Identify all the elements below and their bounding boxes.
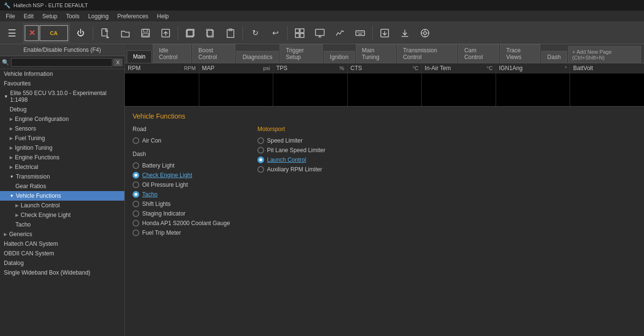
- staging-indicator-radio[interactable]: [133, 210, 139, 217]
- tab-transmission-control[interactable]: Transmission Control: [397, 44, 457, 63]
- sidebar-item-datalog[interactable]: Datalog: [0, 258, 124, 268]
- chart-button[interactable]: [331, 24, 349, 42]
- function-check-engine-light[interactable]: Check Engine Light: [133, 171, 238, 180]
- sidebar-item-check-engine-light[interactable]: ▶ Check Engine Light: [0, 210, 124, 220]
- menu-setup[interactable]: Setup: [38, 12, 61, 21]
- tab-add-new[interactable]: + Add New Page (Ctrl+Shift+N): [568, 46, 641, 63]
- tab-diagnostics[interactable]: Diagnostics: [236, 51, 279, 63]
- back-button[interactable]: ↩: [266, 24, 284, 42]
- oil-pressure-light-radio[interactable]: [133, 181, 139, 188]
- speed-limiter-label[interactable]: Speed Limiter: [267, 137, 303, 144]
- sidebar-item-tacho[interactable]: Tacho: [0, 220, 124, 229]
- tab-dash[interactable]: Dash: [541, 51, 567, 63]
- fuel-trip-meter-label[interactable]: Fuel Trip Meter: [142, 229, 181, 236]
- function-staging-indicator[interactable]: Staging Indicator: [133, 209, 238, 218]
- speed-limiter-radio[interactable]: [257, 137, 264, 144]
- pit-lane-label[interactable]: Pit Lane Speed Limiter: [267, 147, 325, 154]
- function-air-con[interactable]: Air Con: [133, 136, 238, 145]
- sidebar-item-vehicle-functions[interactable]: ▼ Vehicle Functions: [0, 191, 124, 201]
- function-speed-limiter[interactable]: Speed Limiter: [257, 136, 363, 145]
- fuel-trip-meter-radio[interactable]: [133, 229, 139, 236]
- function-fuel-trip-meter[interactable]: Fuel Trip Meter: [133, 228, 238, 237]
- sidebar-item-vehicle-information[interactable]: Vehicle Information: [0, 69, 124, 79]
- tab-main[interactable]: Main: [127, 50, 152, 63]
- function-honda-coolant[interactable]: Honda AP1 S2000 Coolant Gauge: [133, 219, 238, 228]
- sidebar-item-obdii-can[interactable]: OBDII CAN System: [0, 249, 124, 258]
- sidebar-item-generics[interactable]: ▶ Generics: [0, 229, 124, 239]
- tab-ignition[interactable]: Ignition: [324, 51, 355, 63]
- copy-button[interactable]: [201, 24, 219, 42]
- function-oil-pressure-light[interactable]: Oil Pressure Light: [133, 180, 238, 189]
- search-input[interactable]: [11, 58, 112, 67]
- sidebar-item-gear-ratios[interactable]: Gear Ratios: [0, 181, 124, 191]
- open-button[interactable]: [116, 24, 134, 42]
- honda-coolant-label[interactable]: Honda AP1 S2000 Coolant Gauge: [142, 220, 230, 227]
- check-engine-light-radio[interactable]: [133, 172, 139, 179]
- upload-button[interactable]: [157, 24, 175, 42]
- battery-light-label[interactable]: Battery Light: [142, 162, 174, 169]
- tacho-function-label[interactable]: Tacho: [142, 191, 158, 198]
- tab-trace-views[interactable]: Trace Views: [500, 44, 540, 63]
- honda-coolant-radio[interactable]: [133, 220, 139, 227]
- sidebar-item-launch-control[interactable]: ▶ Launch Control: [0, 201, 124, 210]
- download-button[interactable]: [376, 24, 394, 42]
- monitor-button[interactable]: [311, 24, 329, 42]
- air-con-radio[interactable]: [133, 137, 139, 144]
- sidebar-item-fuel-tuning[interactable]: ▶ Fuel Tuning: [0, 133, 124, 143]
- status-button[interactable]: CA: [39, 25, 68, 41]
- search-clear-button[interactable]: X: [113, 59, 122, 66]
- tab-main-tuning[interactable]: Main Tuning: [356, 44, 396, 63]
- air-con-label[interactable]: Air Con: [142, 137, 161, 144]
- sidebar-item-transmission[interactable]: ▼ Transmission: [0, 172, 124, 181]
- sidebar-item-electrical[interactable]: ▶ Electrical: [0, 162, 124, 172]
- download2-button[interactable]: [396, 24, 414, 42]
- power-button[interactable]: ⏻: [72, 24, 90, 42]
- tab-idle-control[interactable]: Idle Control: [153, 44, 191, 63]
- sidebar-item-debug[interactable]: Debug: [0, 105, 124, 114]
- pages-button[interactable]: [181, 24, 199, 42]
- refresh-button[interactable]: ↻: [246, 24, 264, 42]
- function-launch-control[interactable]: Launch Control: [257, 156, 363, 164]
- sidebar-item-ignition-tuning[interactable]: ▶ Ignition Tuning: [0, 143, 124, 153]
- tab-trigger-setup[interactable]: Trigger Setup: [279, 44, 323, 63]
- sidebar-item-wideband[interactable]: Single Wideband Box (Wideband): [0, 268, 124, 277]
- sidebar-item-favourites[interactable]: Favourites: [0, 79, 124, 88]
- keyboard-button[interactable]: [351, 24, 369, 42]
- sidebar-item-elite550[interactable]: ▼ Elite 550 ECU V3.10.0 - Experimental 1…: [0, 88, 124, 105]
- pit-lane-radio[interactable]: [257, 147, 264, 154]
- launch-control-function-label[interactable]: Launch Control: [267, 156, 306, 163]
- menu-preferences[interactable]: Preferences: [113, 12, 152, 21]
- check-engine-light-label[interactable]: Check Engine Light: [142, 172, 192, 179]
- sidebar-item-engine-functions[interactable]: ▶ Engine Functions: [0, 153, 124, 162]
- function-auxiliary-rpm-limiter[interactable]: Auxiliary RPM Limiter: [257, 165, 363, 174]
- settings-circle-button[interactable]: [416, 24, 434, 42]
- oil-pressure-light-label[interactable]: Oil Pressure Light: [142, 181, 188, 188]
- sidebar-item-engine-configuration[interactable]: ▶ Engine Configuration: [0, 114, 124, 124]
- clipboard-button[interactable]: [221, 24, 240, 42]
- menu-logging[interactable]: Logging: [84, 12, 112, 21]
- auxiliary-rpm-limiter-radio[interactable]: [257, 166, 264, 173]
- function-pit-lane-speed-limiter[interactable]: Pit Lane Speed Limiter: [257, 146, 363, 155]
- tab-cam-control[interactable]: Cam Control: [458, 44, 499, 63]
- hamburger-button[interactable]: ☰: [3, 24, 21, 42]
- sidebar-item-sensors[interactable]: ▶ Sensors: [0, 124, 124, 133]
- battery-light-radio[interactable]: [133, 162, 139, 169]
- tab-boost-control[interactable]: Boost Control: [192, 44, 235, 63]
- tacho-radio[interactable]: [133, 191, 139, 198]
- launch-control-radio[interactable]: [257, 156, 264, 163]
- staging-indicator-label[interactable]: Staging Indicator: [142, 210, 185, 217]
- function-tacho[interactable]: Tacho: [133, 190, 238, 199]
- shift-lights-radio[interactable]: [133, 201, 139, 207]
- menu-help[interactable]: Help: [153, 12, 173, 21]
- save-button[interactable]: [136, 24, 155, 42]
- new-file-button[interactable]: [96, 24, 114, 42]
- grid-button[interactable]: [291, 24, 309, 42]
- menu-file[interactable]: File: [2, 12, 19, 21]
- menu-tools[interactable]: Tools: [62, 12, 83, 21]
- stop-button[interactable]: ✕: [24, 25, 39, 41]
- function-battery-light[interactable]: Battery Light: [133, 161, 238, 170]
- function-shift-lights[interactable]: Shift Lights: [133, 200, 238, 208]
- menu-edit[interactable]: Edit: [20, 12, 37, 21]
- shift-lights-label[interactable]: Shift Lights: [142, 201, 170, 207]
- auxiliary-rpm-limiter-label[interactable]: Auxiliary RPM Limiter: [267, 166, 322, 173]
